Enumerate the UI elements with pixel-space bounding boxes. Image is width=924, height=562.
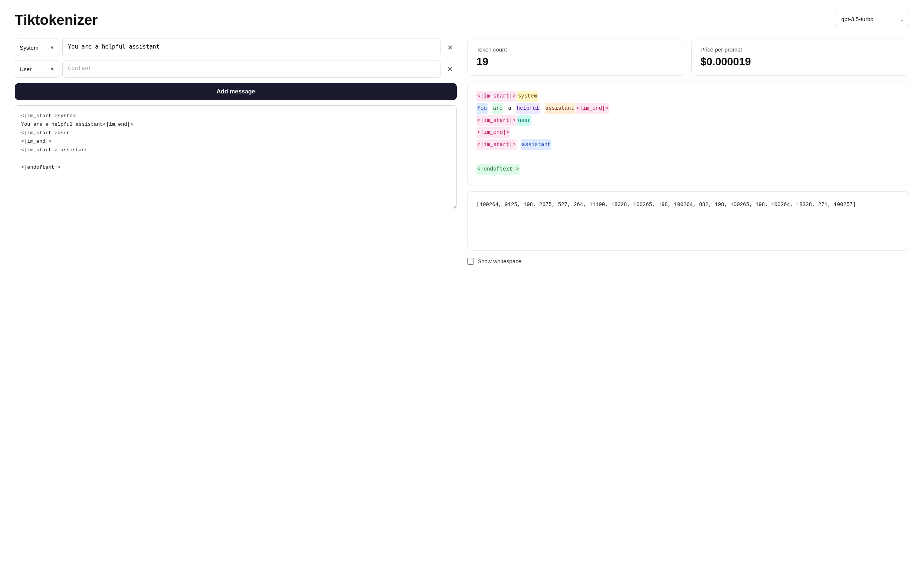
left-panel: System ▼ You are a helpful assistant ✕ U…: [15, 39, 457, 209]
token-line-3: <|im_start|>user: [477, 115, 900, 126]
token-line-7: <|endoftext|>: [477, 164, 900, 175]
token-im-end-1: <|im_end|>: [576, 103, 609, 114]
token-helpful: helpful: [516, 103, 540, 114]
system-message-row: System ▼ You are a helpful assistant ✕: [15, 39, 457, 56]
token-im-start-3: <|im_start|>: [477, 139, 516, 150]
system-role-select[interactable]: System ▼: [15, 39, 59, 56]
token-user: user: [517, 115, 532, 126]
add-message-button[interactable]: Add message: [15, 83, 457, 100]
system-role-label: System: [20, 45, 39, 51]
main-layout: System ▼ You are a helpful assistant ✕ U…: [15, 39, 909, 265]
system-chevron-icon: ▼: [50, 45, 54, 51]
token-system: system: [517, 91, 538, 102]
token-endoftext: <|endoftext|>: [477, 164, 519, 175]
user-message-input[interactable]: [62, 60, 441, 78]
token-are: are: [492, 103, 504, 114]
token-visual-card: <|im_start|>system You are a helpful ass…: [467, 82, 909, 185]
token-im-start-1: <|im_start|>: [477, 91, 516, 102]
right-panel: Token count 19 Price per prompt $0.00001…: [467, 39, 909, 265]
token-count-card: Token count 19: [467, 39, 686, 76]
show-whitespace-label[interactable]: Show whitespace: [478, 258, 521, 264]
token-im-end-2: <|im_end|>: [477, 127, 510, 138]
user-role-label: User: [20, 66, 32, 72]
model-selector-wrapper: gpt-3.5-turbo gpt-4 gpt-4o text-davinci-…: [835, 12, 909, 26]
system-close-button[interactable]: ✕: [444, 39, 457, 56]
price-label: Price per prompt: [700, 46, 900, 53]
model-select[interactable]: gpt-3.5-turbo gpt-4 gpt-4o text-davinci-…: [835, 12, 909, 26]
token-line-1: <|im_start|>system: [477, 91, 900, 102]
token-assistant-2: assistant: [521, 139, 551, 150]
user-message-row: User ▼ ✕: [15, 60, 457, 78]
token-count-label: Token count: [477, 46, 676, 53]
show-whitespace-row: Show whitespace: [467, 258, 909, 265]
page-title: Tiktokenizer: [15, 12, 909, 28]
price-value: $0.000019: [700, 55, 900, 68]
token-line-6: [477, 152, 900, 162]
user-close-button[interactable]: ✕: [444, 60, 457, 78]
token-count-value: 19: [477, 55, 676, 68]
raw-tokens-display: <|im_start|>system You are a helpful ass…: [15, 105, 457, 209]
token-a: a: [508, 103, 512, 114]
system-message-input[interactable]: You are a helpful assistant: [62, 39, 441, 56]
token-line-2: You are a helpful assistant<|im_end|>: [477, 103, 900, 114]
token-line-4: <|im_end|>: [477, 127, 900, 138]
stats-row: Token count 19 Price per prompt $0.00001…: [467, 39, 909, 76]
token-im-start-2: <|im_start|>: [477, 115, 516, 126]
show-whitespace-checkbox[interactable]: [467, 258, 474, 265]
token-line-5: <|im_start|> assistant: [477, 139, 900, 150]
user-chevron-icon: ▼: [50, 66, 54, 72]
price-card: Price per prompt $0.000019: [692, 39, 909, 76]
token-array-values: [100264, 9125, 198, 2675, 527, 264, 1119…: [477, 202, 856, 208]
token-array-card: [100264, 9125, 198, 2675, 527, 264, 1119…: [467, 191, 909, 251]
token-you: You: [477, 103, 488, 114]
user-role-select[interactable]: User ▼: [15, 60, 59, 78]
token-assistant-1: assistant: [545, 103, 575, 114]
